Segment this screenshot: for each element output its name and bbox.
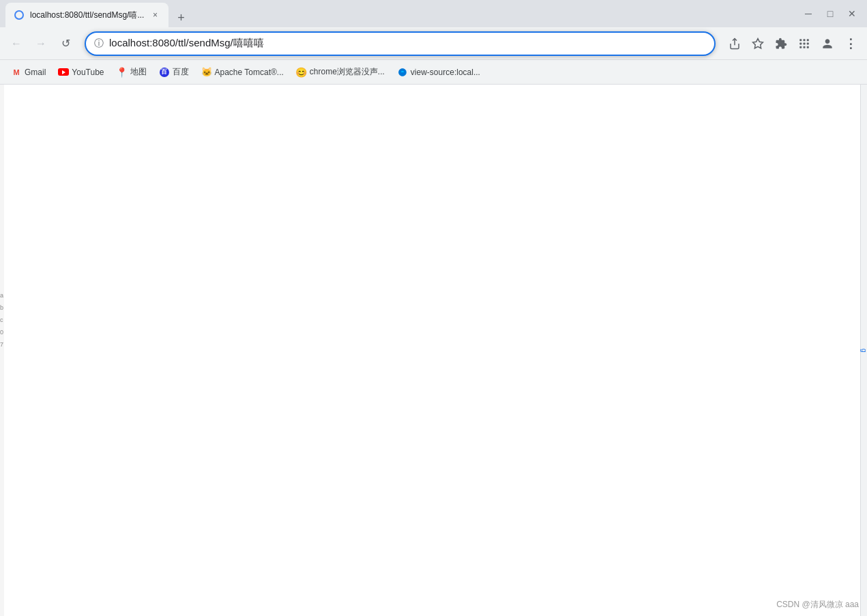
gmail-icon: M bbox=[11, 67, 22, 78]
close-button[interactable]: ✕ bbox=[842, 4, 862, 23]
baidu-icon: 百 bbox=[159, 67, 170, 78]
title-bar: localhost:8080/ttl/sendMsg/嘻... × + ─ □ … bbox=[0, 0, 867, 27]
browser-menu-button[interactable] bbox=[793, 33, 815, 55]
tab-favicon-icon bbox=[14, 10, 24, 20]
bookmark-baidu-label: 百度 bbox=[173, 66, 189, 78]
tab-close-button[interactable]: × bbox=[149, 10, 160, 20]
restore-button[interactable]: □ bbox=[821, 4, 840, 23]
svg-rect-6 bbox=[804, 42, 806, 44]
watermark: CSDN @清风微凉 aaa bbox=[776, 599, 859, 611]
address-bar[interactable]: ⓘ localhost:8080/ttl/sendMsg/嘻嘻嘻 bbox=[85, 31, 716, 56]
left-panel: a b c 0 7 bbox=[0, 85, 4, 616]
profile-button[interactable] bbox=[817, 33, 838, 55]
bookmarks-bar: M Gmail YouTube 📍 地图 百 百度 bbox=[0, 60, 867, 85]
left-numbers: a b c 0 7 bbox=[0, 289, 3, 351]
minimize-button[interactable]: ─ bbox=[799, 4, 818, 23]
address-bar-container: ⓘ localhost:8080/ttl/sendMsg/嘻嘻嘻 bbox=[85, 31, 716, 56]
side-panel: g bbox=[860, 85, 867, 616]
forward-button[interactable]: → bbox=[30, 33, 52, 55]
bookmark-viewsource[interactable]: view-source:local... bbox=[392, 63, 486, 82]
address-security-icon: ⓘ bbox=[94, 38, 104, 50]
new-tab-button[interactable]: + bbox=[171, 8, 190, 27]
svg-rect-2 bbox=[799, 39, 802, 41]
svg-rect-9 bbox=[804, 46, 806, 48]
bookmark-maps[interactable]: 📍 地图 bbox=[111, 63, 152, 82]
active-tab[interactable]: localhost:8080/ttl/sendMsg/嘻... × bbox=[5, 3, 168, 27]
bookmark-tomcat[interactable]: 🐱 Apache Tomcat®... bbox=[196, 63, 289, 82]
svg-rect-5 bbox=[799, 42, 802, 44]
edge-icon bbox=[397, 67, 408, 78]
bookmark-youtube[interactable]: YouTube bbox=[53, 63, 109, 82]
bookmark-viewsource-label: view-source:local... bbox=[411, 68, 480, 77]
share-button[interactable] bbox=[724, 33, 746, 55]
tab-title: localhost:8080/ttl/sendMsg/嘻... bbox=[30, 10, 144, 21]
page-content: g a b c 0 7 CSDN @清风微凉 aaa bbox=[0, 85, 867, 616]
youtube-icon bbox=[58, 67, 69, 78]
bookmark-maps-label: 地图 bbox=[130, 66, 147, 78]
back-button[interactable]: ← bbox=[5, 33, 27, 55]
tab-favicon bbox=[14, 10, 25, 20]
svg-rect-3 bbox=[804, 39, 806, 41]
window-controls: ─ □ ✕ bbox=[799, 4, 862, 23]
more-options-button[interactable]: ⋮ bbox=[840, 33, 862, 55]
toolbar-actions: ⋮ bbox=[724, 33, 862, 55]
browser-window: localhost:8080/ttl/sendMsg/嘻... × + ─ □ … bbox=[0, 0, 867, 616]
bookmark-gmail[interactable]: M Gmail bbox=[5, 63, 51, 82]
chrome-icon: 😊 bbox=[296, 67, 307, 78]
maps-icon: 📍 bbox=[117, 67, 128, 78]
svg-marker-1 bbox=[753, 38, 763, 48]
svg-rect-7 bbox=[807, 42, 809, 44]
toolbar: ← → ↺ ⓘ localhost:8080/ttl/sendMsg/嘻嘻嘻 bbox=[0, 27, 867, 60]
bookmark-tomcat-label: Apache Tomcat®... bbox=[215, 68, 284, 77]
tomcat-icon: 🐱 bbox=[201, 67, 212, 78]
bookmark-button[interactable] bbox=[747, 33, 769, 55]
svg-rect-8 bbox=[799, 46, 802, 48]
extensions-button[interactable] bbox=[770, 33, 792, 55]
address-url: localhost:8080/ttl/sendMsg/嘻嘻嘻 bbox=[109, 37, 706, 50]
tab-group: localhost:8080/ttl/sendMsg/嘻... × + bbox=[5, 0, 796, 27]
bookmark-chrome[interactable]: 😊 chrome浏览器没声... bbox=[291, 63, 390, 82]
bookmark-baidu[interactable]: 百 百度 bbox=[153, 63, 194, 82]
bookmark-youtube-label: YouTube bbox=[72, 68, 104, 77]
svg-rect-10 bbox=[807, 46, 809, 48]
side-panel-hint: g bbox=[860, 349, 867, 353]
bookmark-chrome-label: chrome浏览器没声... bbox=[310, 66, 385, 78]
svg-rect-4 bbox=[807, 39, 809, 41]
bookmark-gmail-label: Gmail bbox=[25, 68, 46, 77]
refresh-button[interactable]: ↺ bbox=[55, 33, 76, 55]
